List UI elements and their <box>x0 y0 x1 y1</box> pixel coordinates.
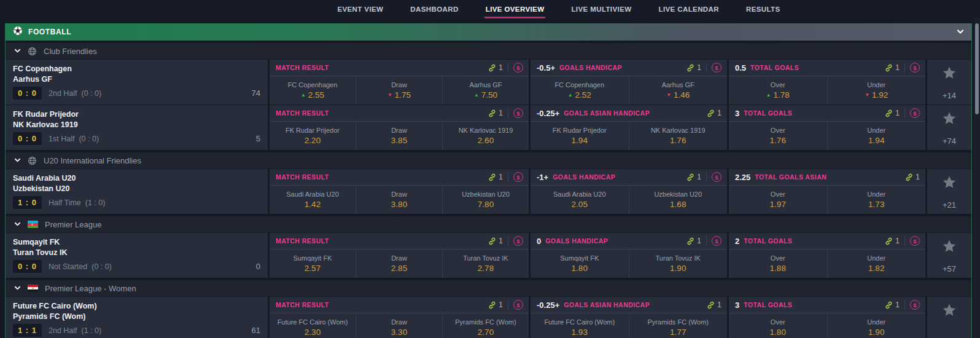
match-info[interactable]: FK Rudar Prijedor NK Karlovac 1919 0 : 0… <box>6 105 268 150</box>
market-header[interactable]: 0 GOALS HANDICAP 1 $ <box>531 233 727 250</box>
odds-cell[interactable]: Pyramids FC (Wom) 1.77 <box>629 313 728 338</box>
collapse-league-chevron-icon[interactable] <box>14 286 21 291</box>
collapse-league-chevron-icon[interactable] <box>14 158 21 163</box>
dollar-icon[interactable]: $ <box>513 172 523 182</box>
match-info[interactable]: Saudi Arabia U20 Uzbekistan U20 1 : 0 Ha… <box>6 169 268 214</box>
favorite-star-icon[interactable] <box>941 65 957 81</box>
dollar-icon[interactable]: $ <box>910 108 920 118</box>
link-icon[interactable] <box>686 237 695 246</box>
odds-cell[interactable]: NK Karlovac 1919 1.76 <box>629 122 728 150</box>
more-markets-count[interactable]: +74 <box>943 136 956 146</box>
link-icon[interactable] <box>488 237 497 246</box>
odds-cell[interactable]: Aarhus GF ▲ 7.50 <box>442 76 529 104</box>
odds-cell[interactable]: FK Rudar Prijedor 1.94 <box>531 122 629 150</box>
market-header[interactable]: 0.5 TOTAL GOALS 1 $ <box>729 60 925 76</box>
link-icon[interactable] <box>686 63 695 73</box>
odds-cell[interactable]: FC Copenhagen ▲ 2.52 <box>531 76 629 104</box>
odds-cell[interactable]: Sumqayit FK 2.57 <box>270 250 356 278</box>
link-icon[interactable] <box>686 173 695 182</box>
league-header[interactable]: U20 International Friendlies <box>6 152 971 168</box>
link-icon[interactable] <box>488 109 497 118</box>
odds-cell[interactable]: Future FC Cairo (Wom) 2.30 <box>270 313 356 338</box>
dollar-icon[interactable]: $ <box>513 300 523 310</box>
link-icon[interactable] <box>884 63 893 73</box>
link-icon[interactable] <box>884 109 893 118</box>
market-header[interactable]: -0.5+ GOALS HANDICAP 1 $ <box>531 60 727 76</box>
odds-cell[interactable]: Draw 3.80 <box>356 186 442 214</box>
nav-item[interactable]: LIVE MULTIVIEW <box>571 0 631 18</box>
odds-cell[interactable]: Under ▼ 1.92 <box>827 76 926 104</box>
collapse-league-chevron-icon[interactable] <box>14 49 21 53</box>
odds-cell[interactable]: Under 1.82 <box>827 250 926 278</box>
match-info[interactable]: FC Copenhagen Aarhus GF 0 : 0 2nd Half (… <box>6 60 268 104</box>
odds-cell[interactable]: Over ▲ 1.78 <box>729 76 827 104</box>
odds-cell[interactable]: Over 1.80 <box>729 313 827 338</box>
odds-cell[interactable]: Uzbekistan U20 7.80 <box>442 186 529 214</box>
link-icon[interactable] <box>488 173 497 182</box>
match-info[interactable]: Sumqayit FK Turan Tovuz IK 0 : 0 Not Sta… <box>6 233 268 278</box>
more-markets-count[interactable]: +14 <box>943 91 956 100</box>
odds-cell[interactable]: Draw 2.85 <box>356 250 442 278</box>
market-header[interactable]: 2 TOTAL GOALS 1 $ <box>729 233 925 250</box>
odds-cell[interactable]: Draw 3.85 <box>356 122 442 150</box>
odds-cell[interactable]: Pyramids FC (Wom) 2.70 <box>442 313 529 338</box>
favorite-star-icon[interactable] <box>941 175 957 191</box>
market-header[interactable]: 2.25 TOTAL GOALS ASIAN 1 $ <box>729 169 925 186</box>
odds-cell[interactable]: Aarhus GF ▼ 1.46 <box>629 76 728 104</box>
market-header[interactable]: MATCH RESULT 1 $ <box>270 233 529 250</box>
odds-cell[interactable]: Draw 3.30 <box>356 313 442 338</box>
odds-cell[interactable]: Over 1.76 <box>729 122 827 150</box>
odds-cell[interactable]: Under 1.90 <box>827 313 926 338</box>
market-header[interactable]: -0.25+ GOALS ASIAN HANDICAP 1 $ <box>531 297 727 313</box>
odds-cell[interactable]: Draw ▼ 1.75 <box>356 76 442 104</box>
link-icon[interactable] <box>884 301 893 310</box>
odds-cell[interactable]: Future FC Cairo (Wom) 1.93 <box>531 313 629 338</box>
market-header[interactable]: 3 TOTAL GOALS 1 $ <box>729 297 925 313</box>
odds-cell[interactable]: Saudi Arabia U20 1.42 <box>270 186 356 214</box>
odds-cell[interactable]: Sumqayit FK 1.80 <box>531 250 629 278</box>
dollar-icon[interactable]: $ <box>513 63 523 73</box>
dollar-icon[interactable]: $ <box>712 172 721 182</box>
link-icon[interactable] <box>488 301 497 310</box>
league-header[interactable]: Premier League - Women <box>6 280 971 296</box>
odds-cell[interactable]: NK Karlovac 1919 2.60 <box>442 122 529 150</box>
nav-item[interactable]: LIVE OVERVIEW <box>486 0 545 18</box>
odds-cell[interactable]: Saudi Arabia U20 2.05 <box>531 186 629 214</box>
odds-cell[interactable]: FK Rudar Prijedor 2.20 <box>270 122 356 150</box>
dollar-icon[interactable]: $ <box>513 108 523 118</box>
favorite-star-icon[interactable] <box>941 111 957 127</box>
odds-cell[interactable]: Over 1.97 <box>729 186 827 214</box>
more-markets-count[interactable]: +57 <box>943 264 956 273</box>
odds-cell[interactable]: Over 1.88 <box>729 250 827 278</box>
favorite-star-icon[interactable] <box>941 302 957 318</box>
league-header[interactable]: Club Friendlies <box>6 43 971 59</box>
market-header[interactable]: -0.25+ GOALS ASIAN HANDICAP 1 $ <box>531 105 727 122</box>
dollar-icon[interactable]: $ <box>910 236 920 246</box>
link-icon[interactable] <box>904 173 914 182</box>
link-icon[interactable] <box>706 109 715 118</box>
odds-cell[interactable]: Under 1.94 <box>827 122 926 150</box>
odds-cell[interactable]: Turan Tovuz IK 2.78 <box>442 250 529 278</box>
market-header[interactable]: MATCH RESULT 1 $ <box>270 297 529 313</box>
scrollbar-thumb[interactable] <box>975 23 979 114</box>
dollar-icon[interactable]: $ <box>513 236 523 246</box>
sport-header[interactable]: FOOTBALL <box>6 23 971 41</box>
market-header[interactable]: MATCH RESULT 1 $ <box>270 105 529 122</box>
market-header[interactable]: 3 TOTAL GOALS 1 $ <box>729 105 925 122</box>
market-header[interactable]: -1+ GOALS HANDICAP 1 $ <box>531 169 727 186</box>
favorite-star-icon[interactable] <box>941 238 957 254</box>
odds-cell[interactable]: FC Copenhagen ▲ 2.55 <box>270 76 356 104</box>
collapse-sport-chevron-icon[interactable] <box>957 29 964 34</box>
link-icon[interactable] <box>884 237 893 246</box>
more-markets-count[interactable]: +21 <box>943 200 956 210</box>
collapse-league-chevron-icon[interactable] <box>14 222 21 227</box>
nav-item[interactable]: LIVE CALENDAR <box>658 0 718 18</box>
dollar-icon[interactable]: $ <box>712 63 721 73</box>
odds-cell[interactable]: Uzbekistan U20 1.68 <box>629 186 728 214</box>
odds-cell[interactable]: Turan Tovuz IK 1.90 <box>629 250 728 278</box>
league-header[interactable]: Premier League <box>6 216 971 232</box>
scrollbar[interactable] <box>974 18 980 338</box>
nav-item[interactable]: DASHBOARD <box>410 0 458 18</box>
dollar-icon[interactable]: $ <box>910 63 920 73</box>
dollar-icon[interactable]: $ <box>910 300 920 310</box>
